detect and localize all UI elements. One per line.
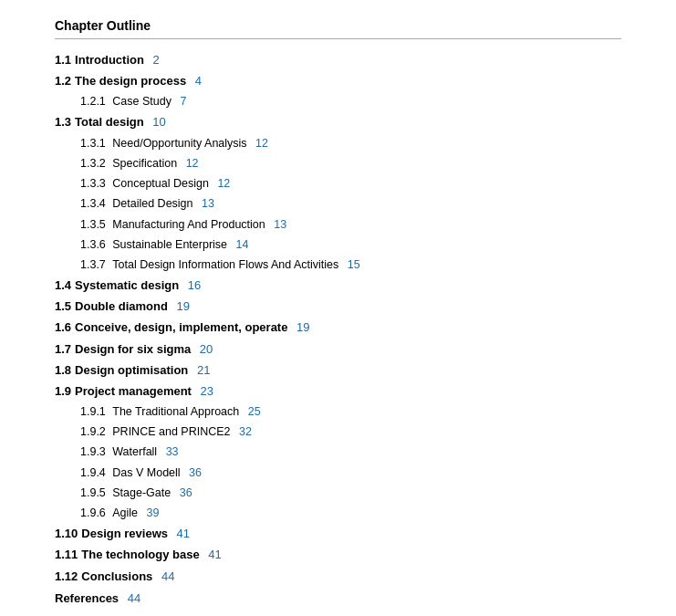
section-num: 1.3.3 — [80, 174, 109, 193]
section-num: 1.12 — [55, 567, 78, 587]
section-num: 1.6 — [55, 318, 71, 338]
page-num: 36 — [180, 484, 192, 503]
toc-item: 1.9Project management 23 — [55, 381, 621, 402]
divider — [55, 38, 621, 39]
section-num: 1.9.1 — [80, 402, 109, 422]
section-num: 1.4 — [55, 276, 71, 296]
page-num: 23 — [201, 381, 213, 402]
section-num: 1.2.1 — [80, 92, 109, 111]
section-label: Case Study — [112, 92, 172, 111]
toc-item: 1.4Systematic design 16 — [55, 276, 621, 296]
section-label: Specification — [112, 154, 177, 173]
page-num: 41 — [177, 524, 190, 544]
section-label: PRINCE and PRINCE2 — [112, 423, 230, 442]
section-num: 1.7 — [55, 339, 71, 360]
page-num: 41 — [208, 545, 221, 565]
section-label: Detailed Design — [112, 194, 192, 214]
section-num: 1.3 — [55, 112, 71, 132]
toc-item: 1.2.1 Case Study 7 — [55, 92, 621, 111]
toc-item: 1.11The technology base 41 — [55, 545, 621, 565]
section-label: Design reviews — [81, 524, 168, 544]
toc-item: 1.3.5 Manufacturing And Production 13 — [55, 215, 621, 235]
section-num: 1.11 — [55, 545, 78, 565]
page-num: 12 — [217, 174, 230, 193]
section-label: Total design — [75, 112, 144, 132]
page-num: 44 — [161, 567, 174, 587]
section-label: Manufacturing And Production — [112, 215, 265, 235]
section-num: 1.9.6 — [80, 504, 109, 523]
toc-item: 1.10Design reviews 41 — [55, 524, 621, 544]
section-num: 1.3.5 — [80, 215, 109, 235]
section-num: 1.3.2 — [80, 154, 109, 173]
toc-item: 1.3.6 Sustainable Enterprise 14 — [55, 235, 621, 255]
section-num: 1.10 — [55, 524, 78, 544]
page-num: 13 — [202, 194, 214, 214]
toc-item: 1.9.1 The Traditional Approach 25 — [55, 402, 621, 422]
page-num: 25 — [248, 402, 261, 422]
section-label: Conceptual Design — [112, 174, 209, 193]
section-label: Design for six sigma — [75, 339, 191, 360]
section-label: Need/Opportunity Analysis — [112, 134, 246, 153]
section-label: Das V Modell — [112, 464, 180, 483]
toc-item: 1.3.1 Need/Opportunity Analysis 12 — [55, 134, 621, 153]
section-label: Total Design Information Flows And Activ… — [112, 256, 338, 275]
section-label: Conclusions — [81, 567, 152, 587]
section-label: The design process — [75, 71, 186, 91]
section-num: 1.9.5 — [80, 484, 109, 503]
toc-item: Standards 46 — [55, 611, 621, 616]
toc-item: 1.3Total design 10 — [55, 112, 621, 132]
page-num: 32 — [239, 423, 252, 442]
toc-item: 1.3.3 Conceptual Design 12 — [55, 174, 621, 193]
section-label: Sustainable Enterprise — [112, 235, 227, 255]
section-num: 1.3.1 — [80, 134, 109, 153]
toc-item: 1.8Design optimisation 21 — [55, 360, 621, 381]
page-num: 14 — [236, 235, 249, 255]
toc-item: 1.9.3 Waterfall 33 — [55, 443, 621, 462]
toc-item: References 44 — [55, 589, 621, 609]
page-num: 12 — [255, 134, 268, 153]
toc-item: 1.3.2 Specification 12 — [55, 154, 621, 173]
section-num: 1.3.4 — [80, 194, 109, 214]
section-num: 1.9 — [55, 381, 71, 402]
section-num: 1.3.7 — [80, 256, 109, 275]
page-num: 36 — [189, 464, 202, 483]
section-label: References — [55, 589, 119, 609]
toc-item: 1.9.2 PRINCE and PRINCE2 32 — [55, 423, 621, 442]
section-label: Design optimisation — [75, 360, 188, 381]
section-num: 1.1 — [55, 50, 71, 70]
section-label: Stage-Gate — [112, 484, 171, 503]
section-label: Systematic design — [75, 276, 179, 296]
toc-item: 1.3.7 Total Design Information Flows And… — [55, 256, 621, 275]
page-num: 19 — [177, 297, 190, 317]
toc-item: 1.7Design for six sigma 20 — [55, 339, 621, 360]
chapter-outline-section: Chapter Outline 1.1Introduction 21.2The … — [55, 18, 621, 616]
section-num: 1.8 — [55, 360, 71, 381]
toc-item: 1.6Conceive, design, implement, operate … — [55, 318, 621, 338]
section-label: Project management — [75, 381, 192, 402]
section-num: 1.5 — [55, 297, 71, 317]
section-label: The Traditional Approach — [112, 402, 239, 422]
section-num: 1.9.2 — [80, 423, 109, 442]
page-num: 46 — [121, 611, 134, 616]
section-label: Waterfall — [112, 443, 157, 462]
toc-item: 1.9.5 Stage-Gate 36 — [55, 484, 621, 503]
section-label: Conceive, design, implement, operate — [75, 318, 287, 338]
toc-item: 1.5Double diamond 19 — [55, 297, 621, 317]
page-num: 15 — [348, 256, 360, 275]
page-num: 19 — [296, 318, 309, 338]
page-num: 44 — [128, 589, 140, 609]
toc-item: 1.9.6 Agile 39 — [55, 504, 621, 523]
section-num: 1.2 — [55, 71, 71, 91]
page-num: 7 — [180, 92, 186, 111]
page-num: 13 — [274, 215, 286, 235]
chapter-outline-title: Chapter Outline — [55, 18, 621, 33]
toc-item: 1.3.4 Detailed Design 13 — [55, 194, 621, 214]
toc-item: 1.9.4 Das V Modell 36 — [55, 464, 621, 483]
section-label: Agile — [112, 504, 138, 523]
section-num: 1.3.6 — [80, 235, 109, 255]
section-num: 1.9.3 — [80, 443, 109, 462]
section-label: The technology base — [81, 545, 199, 565]
toc-item: 1.1Introduction 2 — [55, 50, 621, 70]
toc-item: 1.2The design process 4 — [55, 71, 621, 91]
section-label: Introduction — [75, 50, 144, 70]
